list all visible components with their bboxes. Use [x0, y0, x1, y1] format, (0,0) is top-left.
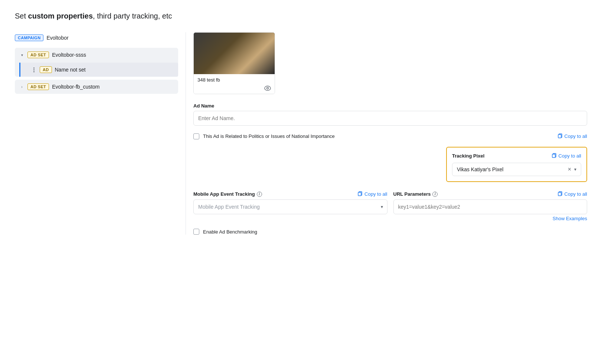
tracking-pixel-label: Tracking Pixel	[452, 153, 484, 159]
tracking-pixel-box: Tracking Pixel Copy to all	[446, 147, 587, 182]
mobile-event-label-row: Mobile App Event Tracking i Copy to all	[193, 191, 387, 197]
mobile-copy-icon	[357, 191, 363, 197]
ad-row[interactable]: AD Name not set	[19, 63, 178, 77]
url-copy-icon	[557, 191, 563, 197]
adset1-name: Evoltobor-ssss	[52, 52, 86, 58]
pixel-select-dropdown[interactable]: Vikas Katiyar's Pixel × ▾	[452, 163, 581, 176]
campaign-badge: CAMPAIGN	[15, 34, 43, 41]
url-params-label: URL Parameters i	[393, 191, 438, 197]
ad-card-title: 348 test fb	[197, 77, 271, 83]
tracking-copy-to-all-button[interactable]: Copy to all	[552, 153, 581, 159]
url-copy-to-all-label: Copy to all	[565, 191, 587, 197]
svg-rect-5	[558, 192, 561, 196]
mobile-event-select-wrapper: Mobile App Event Tracking ▾	[193, 199, 387, 214]
politics-checkbox[interactable]	[193, 133, 199, 139]
clear-pixel-button[interactable]: ×	[568, 166, 571, 173]
tracking-section: Tracking Pixel Copy to all	[193, 147, 587, 182]
benchmark-checkbox[interactable]	[193, 229, 199, 235]
tracking-copy-to-all-label: Copy to all	[559, 153, 581, 159]
adset2-chevron-icon[interactable]: ›	[19, 84, 24, 89]
ad-preview-card: 348 test fb	[193, 32, 275, 94]
url-params-input[interactable]	[393, 199, 588, 214]
url-params-col: URL Parameters i Copy to all	[393, 191, 588, 221]
svg-rect-2	[558, 135, 561, 138]
adset1-group: ▾ AD SET Evoltobor-ssss AD Name not set	[15, 48, 178, 77]
politics-label: This Ad is Related to Politics or Issues…	[203, 133, 335, 139]
adset2-row[interactable]: › AD SET Evoltobor-fb_custom	[15, 80, 178, 94]
pixel-chevron-down-icon[interactable]: ▾	[574, 167, 576, 172]
mobile-event-info-icon[interactable]: i	[257, 192, 262, 197]
adset2-badge: AD SET	[27, 83, 49, 90]
mobile-event-copy-to-all-button[interactable]: Copy to all	[357, 191, 387, 197]
ad-card-body: 348 test fb	[194, 74, 275, 94]
event-params-row: Mobile App Event Tracking i Copy to all	[193, 191, 587, 221]
benchmark-label: Enable Ad Benchmarking	[203, 229, 257, 235]
copy-icon	[557, 133, 563, 139]
url-params-copy-to-all-button[interactable]: Copy to all	[557, 191, 587, 197]
adset1-row[interactable]: ▾ AD SET Evoltobor-ssss	[15, 48, 178, 62]
adset1-chevron-icon[interactable]: ▾	[19, 52, 24, 57]
eye-icon[interactable]	[197, 86, 271, 91]
pixel-select-actions: × ▾	[568, 166, 576, 173]
mobile-event-select[interactable]: Mobile App Event Tracking	[193, 199, 387, 214]
adset1-badge: AD SET	[27, 52, 49, 58]
campaign-tree: CAMPAIGN Evoltobor ▾ AD SET Evoltobor-ss…	[15, 32, 186, 94]
adset2-name: Evoltobor-fb_custom	[52, 84, 99, 90]
ad-name: Name not set	[55, 67, 86, 73]
url-params-info-icon[interactable]: i	[432, 192, 438, 197]
show-examples-link[interactable]: Show Examples	[553, 216, 587, 221]
politics-copy-to-all-button[interactable]: Copy to all	[557, 133, 587, 139]
svg-point-1	[267, 87, 269, 89]
mobile-copy-to-all-label: Copy to all	[364, 191, 387, 197]
tracking-header: Tracking Pixel Copy to all	[452, 153, 581, 159]
mobile-event-label: Mobile App Event Tracking i	[193, 191, 262, 197]
ad-badge: AD	[40, 66, 52, 73]
campaign-name: Evoltobor	[46, 35, 68, 41]
svg-rect-4	[358, 192, 361, 196]
politics-checkbox-row: This Ad is Related to Politics or Issues…	[193, 133, 587, 139]
ad-name-field-group: Ad Name	[193, 103, 587, 126]
svg-rect-3	[552, 154, 555, 158]
mobile-event-col: Mobile App Event Tracking i Copy to all	[193, 191, 387, 221]
pixel-select-value: Vikas Katiyar's Pixel	[457, 166, 503, 172]
show-examples-link-container: Show Examples	[393, 216, 588, 221]
tracking-copy-icon	[552, 153, 557, 159]
page-title: Set custom properties, third party track…	[15, 12, 587, 20]
copy-to-all-label: Copy to all	[565, 133, 587, 139]
form-panel: 348 test fb Ad Name Th	[186, 32, 587, 235]
ad-thumbnail	[194, 33, 275, 74]
ad-name-input[interactable]	[193, 111, 587, 126]
svg-point-0	[265, 86, 271, 90]
ad-name-label: Ad Name	[193, 103, 587, 109]
benchmark-row: Enable Ad Benchmarking	[193, 229, 587, 235]
campaign-row: CAMPAIGN Evoltobor	[15, 32, 178, 43]
url-params-label-row: URL Parameters i Copy to all	[393, 191, 588, 197]
dots-icon[interactable]	[31, 67, 37, 72]
